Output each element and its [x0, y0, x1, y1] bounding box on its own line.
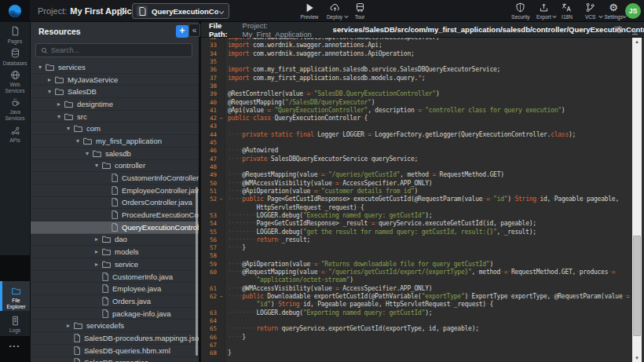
code-line[interactable]: 37import·com.my_first_application.salesd… [201, 75, 632, 82]
add-resource-button[interactable]: + [176, 25, 188, 38]
tree-item-service[interactable]: ▸service [31, 258, 199, 271]
sidebar-item-apis[interactable]: APIs [0, 121, 30, 144]
tree-item-controller[interactable]: ▾controller [31, 160, 199, 173]
tree-item-customerinfocontroller-java[interactable]: CustomerInfoController.java [31, 172, 199, 185]
code-editor[interactable]: 32import·com.wavemaker.tools.api.core.mo… [201, 38, 644, 362]
code-line[interactable]: 48 [201, 163, 632, 171]
tree-item-my-first-application[interactable]: ▾my_first_application [31, 135, 199, 148]
code-line[interactable]: 63········LOGGER.debug("Exporting named … [201, 309, 632, 317]
tree-item-salesdb[interactable]: ▾salesdb [31, 148, 199, 160]
tree-item-orderscontroller-java[interactable]: OrdersController.java [31, 197, 199, 210]
code-line[interactable]: 38 [201, 82, 632, 90]
code-line[interactable]: 51····@ApiOperation(value·=·"customer de… [201, 188, 632, 196]
sidebar-item-file-explorer[interactable]: File Explorer [0, 281, 30, 311]
tree-item-myjavaservice[interactable]: ▸MyJavaService [31, 74, 199, 86]
code-line[interactable]: 45 [201, 139, 632, 147]
chevron-right-icon[interactable]: ▸ [92, 248, 101, 255]
topbar-action-deploy-button[interactable]: Deploy [322, 0, 347, 22]
code-line[interactable]: 53········LOGGER.debug("Executing named … [201, 212, 632, 220]
tree-item-src[interactable]: ▾src [31, 111, 199, 123]
chevron-down-icon[interactable]: ▾ [92, 162, 101, 169]
panel-divider[interactable] [199, 22, 201, 362]
topbar-action-security-button[interactable]: Security [509, 0, 532, 22]
tree-item-com[interactable]: ▾com [31, 122, 199, 135]
code-line[interactable]: 57····} [201, 244, 632, 252]
tree-item-salesdb[interactable]: ▾SalesDB [31, 86, 199, 98]
code-line[interactable]: "id")·String·id,·Pageable·pageable,·Http… [201, 301, 632, 309]
chevron-down-icon[interactable]: ▾ [54, 113, 64, 120]
collapse-panel-button[interactable]: « [188, 24, 200, 37]
topbar-action-export-button[interactable]: Export [532, 0, 556, 22]
code-line[interactable]: 65········return·queryService.exportGetC… [201, 325, 632, 333]
tree-item-salesdb-procedures-mappings-json[interactable]: SalesDB-procedures.mappings.json [31, 332, 199, 345]
code-line[interactable]: 67 [201, 342, 632, 349]
tree-item-employee-java[interactable]: Employee.java [31, 283, 199, 295]
code-line[interactable]: 35 [201, 58, 632, 66]
code-line[interactable]: 40@RequestMapping("/SalesDB/queryExecuto… [201, 99, 632, 107]
fold-marker-icon[interactable]: − [217, 196, 225, 203]
code-line[interactable]: 58 [201, 252, 632, 260]
tree-item-models[interactable]: ▸models [31, 246, 199, 258]
code-line[interactable]: "application/octet-stream") [201, 276, 632, 284]
scrollbar-thumb[interactable] [633, 236, 641, 336]
topbar-action-tour-button[interactable]: Tour [347, 0, 372, 22]
code-line[interactable]: 39@RestController(value·=·"SalesDB.Query… [201, 90, 632, 98]
chevron-down-icon[interactable]: ▾ [45, 88, 54, 95]
code-line[interactable]: 68} [201, 349, 632, 357]
tree-item-customerinfo-java[interactable]: CustomerInfo.java [31, 271, 199, 283]
code-line[interactable]: 46····@Autowired [201, 147, 632, 155]
sidebar-item-web-services[interactable]: Web Services [0, 66, 30, 93]
tree-item-services[interactable]: ▾services [31, 61, 199, 74]
code-line[interactable]: 66····} [201, 334, 632, 342]
code-line[interactable]: 54········Page<GetCustIdResponse>·_resul… [201, 220, 632, 228]
search-input[interactable] [51, 46, 169, 54]
tree-item-queryexecutioncontroller-java[interactable]: QueryExecutionController.java [31, 221, 199, 234]
fold-marker-icon[interactable]: − [217, 293, 225, 301]
code-line[interactable]: 59····@ApiOperation(value·=·"Returns dow… [201, 261, 632, 269]
chevron-right-icon[interactable]: ▸ [54, 101, 64, 108]
topbar-action-preview-button[interactable]: Preview [297, 0, 322, 22]
code-line[interactable]: 50····@WMAccessVisibility(value·=·Access… [201, 180, 632, 188]
tree-item-package-info-java[interactable]: package-info.java [31, 308, 199, 320]
tree-item-salesdb-properties[interactable]: SalesDB.properties [31, 357, 199, 362]
open-file-tab[interactable]: QueryExecutionCon... [132, 3, 229, 19]
code-line[interactable]: HttpServletRequest·_request)·{ [201, 204, 632, 212]
chevron-right-icon[interactable]: ▸ [92, 261, 101, 268]
code-line[interactable]: 41@Api(value·=·"QueryExecutionController… [201, 107, 632, 115]
scroll-down-icon[interactable]: ▼ [632, 356, 642, 360]
sidebar-item-logs[interactable]: Logs [0, 311, 30, 336]
code-line[interactable]: 44····private·static·final·Logger·LOGGER… [201, 131, 632, 139]
chevron-down-icon[interactable]: ▾ [64, 125, 73, 132]
tree-item-salesdb-queries-hbm-xml[interactable]: SalesDB-queries.hbm.xml [31, 345, 199, 357]
tree-item-dao[interactable]: ▸dao [31, 234, 199, 247]
tree-item-orders-java[interactable]: Orders.java [31, 295, 199, 308]
chevron-right-icon[interactable]: ▸ [92, 236, 101, 243]
sidebar-item-pages[interactable]: Pages [0, 22, 30, 44]
code-line[interactable]: 34import·com.wordnik.swagger.annotations… [201, 50, 632, 58]
fold-marker-icon[interactable]: − [217, 115, 225, 122]
code-line[interactable]: 52−····public·Page<GetCustIdResponse>·ex… [201, 196, 632, 203]
chevron-right-icon[interactable]: ▸ [64, 322, 73, 329]
chevron-down-icon[interactable] [218, 4, 225, 18]
code-line[interactable]: 33import·com.wordnik.swagger.annotations… [201, 42, 632, 49]
chevron-right-icon[interactable]: ▸ [45, 76, 54, 83]
code-line[interactable]: 49····@RequestMapping(value·=·"/queries/… [201, 171, 632, 179]
sidebar-item-java-services[interactable]: Java Services [0, 93, 30, 121]
code-line[interactable]: 42−public·class·QueryExecutionController… [201, 115, 632, 122]
code-line[interactable]: 64 [201, 317, 632, 325]
sidebar-item-databases[interactable]: Databases [0, 44, 30, 66]
tree-item-designtime[interactable]: ▸designtime [31, 98, 199, 111]
chevron-down-icon[interactable]: ▾ [82, 150, 92, 157]
code-line[interactable]: 62−····public·Downloadable·exportGetCust… [201, 293, 632, 301]
tree-item-employeecontroller-java[interactable]: EmployeeController.java [31, 185, 199, 197]
tree-item-servicedefs[interactable]: ▸servicedefs [31, 320, 199, 332]
avatar[interactable]: JS [625, 3, 641, 19]
code-line[interactable]: 60····@RequestMapping(value·=·"/queries/… [201, 269, 632, 276]
code-line[interactable]: 55········LOGGER.debug("got the result f… [201, 229, 632, 236]
code-line[interactable]: 36import·com.my_first_application.salesd… [201, 66, 632, 74]
more-options-icon[interactable]: ••• [0, 342, 30, 349]
wavemaker-logo[interactable] [0, 0, 30, 22]
code-line[interactable]: 47····private·SalesDBQueryExecutorServic… [201, 155, 632, 163]
editor-scrollbar[interactable]: ▲ ▼ [632, 38, 642, 362]
chevron-down-icon[interactable]: ▾ [35, 64, 45, 71]
